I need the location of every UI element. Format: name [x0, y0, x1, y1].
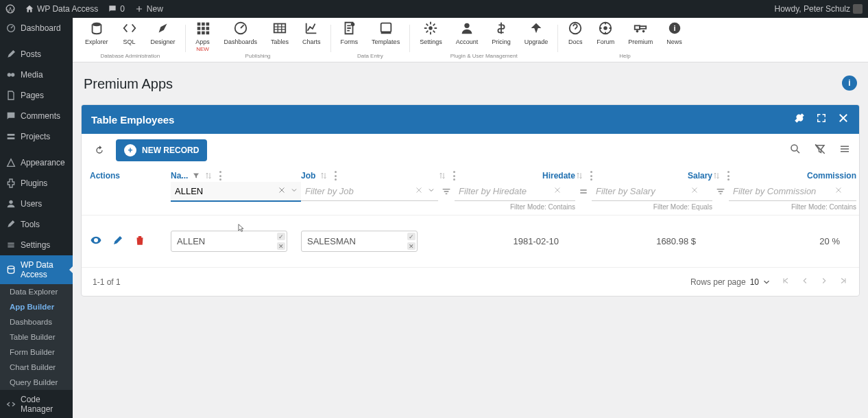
clear-icon[interactable] — [278, 186, 287, 196]
rows-per-page-select[interactable]: 10 — [750, 277, 771, 287]
sidebar-item-settings[interactable]: Settings — [0, 235, 73, 255]
sidebar-item-projects[interactable]: Projects — [0, 126, 73, 147]
new-record-button[interactable]: +NEW RECORD — [116, 139, 207, 161]
tool-designer[interactable]: Designer — [144, 21, 182, 51]
search-icon[interactable] — [789, 143, 801, 158]
filter-mode-icon[interactable] — [575, 182, 592, 201]
sub-table-builder[interactable]: Table Builder — [0, 329, 73, 345]
filter-off-icon[interactable] — [814, 143, 826, 158]
next-page-icon[interactable] — [819, 276, 829, 288]
new-link[interactable]: New — [134, 4, 163, 14]
group-caption: Data Entry — [357, 53, 383, 59]
sort-icon[interactable] — [204, 172, 213, 180]
info-button[interactable]: i — [842, 76, 857, 91]
confirm-icon[interactable]: ✓ — [277, 233, 285, 240]
clear-icon[interactable] — [689, 186, 699, 196]
svg-rect-31 — [635, 25, 640, 30]
col-menu-icon[interactable] — [590, 171, 592, 181]
col-menu-icon[interactable] — [335, 171, 337, 181]
col-menu-icon[interactable] — [219, 171, 221, 181]
delete-icon[interactable] — [134, 234, 146, 248]
filter-mode-icon[interactable] — [712, 182, 729, 201]
cell-commission: 20 % — [712, 236, 856, 246]
first-page-icon[interactable] — [781, 276, 791, 288]
comments-link[interactable]: 0 — [108, 4, 125, 14]
confirm-icon[interactable]: ✓ — [407, 233, 415, 240]
sub-form-builder[interactable]: Form Builder — [0, 345, 73, 360]
tool-forms[interactable]: Forms — [334, 21, 365, 51]
filter-icon — [192, 172, 200, 180]
sub-app-builder[interactable]: App Builder — [0, 299, 73, 314]
tool-templates[interactable]: Templates — [365, 21, 407, 51]
wrench-icon[interactable] — [793, 112, 806, 127]
sidebar-item-dashboard[interactable]: Dashboard — [0, 18, 73, 38]
sidebar-item-users[interactable]: Users — [0, 194, 73, 214]
sidebar-item-wpda[interactable]: WP Data Access — [0, 255, 73, 284]
col-hiredate[interactable]: Hiredate — [438, 171, 575, 181]
tool-sql[interactable]: SQL — [115, 21, 144, 51]
wp-logo-icon[interactable] — [5, 4, 15, 14]
close-icon[interactable] — [837, 112, 849, 127]
sort-icon[interactable] — [438, 172, 446, 180]
tool-news[interactable]: iNews — [660, 21, 689, 51]
svg-point-4 — [9, 200, 12, 204]
tool-upgrade[interactable]: Upgrade — [518, 21, 555, 51]
sidebar-item-code-manager[interactable]: Code Manager — [0, 390, 73, 418]
cell-job-input[interactable] — [301, 231, 418, 252]
sub-query-builder[interactable]: Query Builder — [0, 375, 73, 390]
refresh-button[interactable] — [90, 141, 109, 160]
last-page-icon[interactable] — [839, 276, 848, 288]
sidebar-item-pages[interactable]: Pages — [0, 85, 73, 106]
clear-icon[interactable] — [552, 186, 562, 196]
edit-icon[interactable] — [112, 234, 124, 248]
cell-salary: 1680.98 $ — [575, 236, 712, 246]
svg-rect-17 — [206, 27, 209, 30]
sidebar-item-tools[interactable]: Tools — [0, 214, 73, 235]
tool-account[interactable]: Account — [449, 21, 485, 51]
chevron-down-icon[interactable] — [290, 186, 300, 196]
admin-sidebar: Dashboard Posts Media Pages Comments Pro… — [0, 18, 73, 418]
site-link[interactable]: WP Data Access — [25, 4, 98, 14]
sidebar-item-comments[interactable]: Comments — [0, 106, 73, 126]
main-content: Explorer SQL Designer Database Administr… — [73, 18, 868, 418]
prev-page-icon[interactable] — [800, 276, 810, 288]
tool-premium[interactable]: Premium — [621, 21, 660, 51]
greeting[interactable]: Howdy, Peter Schulz — [775, 4, 863, 14]
svg-rect-19 — [202, 32, 205, 35]
clear-icon[interactable] — [415, 186, 424, 196]
sub-dashboards[interactable]: Dashboards — [0, 314, 73, 329]
fullscreen-icon[interactable] — [815, 112, 828, 127]
clear-icon[interactable] — [833, 186, 843, 196]
tool-apps[interactable]: AppsNEW — [189, 21, 217, 51]
sidebar-item-posts[interactable]: Posts — [0, 44, 73, 65]
cancel-icon[interactable]: ✕ — [277, 242, 285, 250]
cancel-icon[interactable]: ✕ — [407, 242, 415, 250]
col-commission[interactable]: Commission — [712, 171, 856, 181]
tool-docs[interactable]: Docs — [561, 21, 590, 51]
col-menu-icon[interactable] — [727, 171, 730, 181]
tool-pricing[interactable]: Pricing — [485, 21, 518, 51]
cell-name-input[interactable] — [171, 231, 287, 252]
sort-icon[interactable] — [320, 172, 328, 180]
view-icon[interactable] — [90, 234, 102, 248]
tool-settings[interactable]: Settings — [413, 21, 449, 51]
tool-explorer[interactable]: Explorer — [78, 21, 115, 51]
sidebar-item-media[interactable]: Media — [0, 65, 73, 85]
col-job[interactable]: Job — [301, 171, 438, 181]
chevron-down-icon[interactable] — [427, 186, 437, 196]
sort-icon[interactable] — [575, 172, 583, 180]
tool-charts[interactable]: Charts — [296, 21, 328, 51]
sidebar-item-appearance[interactable]: Appearance — [0, 152, 73, 173]
sub-data-explorer[interactable]: Data Explorer — [0, 284, 73, 299]
menu-icon[interactable] — [839, 143, 851, 158]
sort-icon[interactable] — [712, 172, 721, 180]
filter-mode-icon[interactable] — [438, 182, 455, 201]
col-menu-icon[interactable] — [453, 171, 455, 181]
tool-dashboards[interactable]: Dashboards — [217, 21, 265, 51]
tool-tables[interactable]: Tables — [264, 21, 296, 51]
sidebar-item-plugins[interactable]: Plugins — [0, 173, 73, 194]
col-salary[interactable]: Salary — [575, 171, 712, 181]
sub-chart-builder[interactable]: Chart Builder — [0, 360, 73, 375]
col-name[interactable]: Na... — [171, 171, 301, 181]
tool-forum[interactable]: Forum — [590, 21, 621, 51]
